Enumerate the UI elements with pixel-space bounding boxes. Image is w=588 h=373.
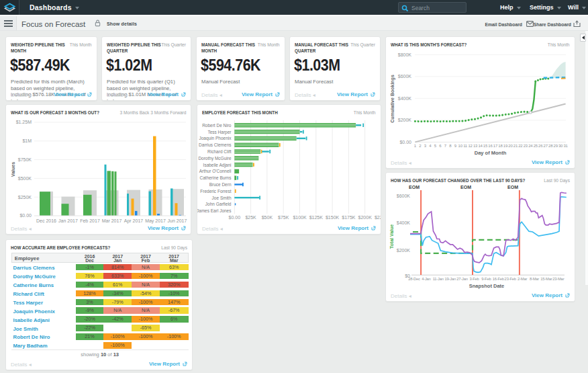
svg-text:James Earl Jones: James Earl Jones xyxy=(197,208,232,213)
svg-text:Dec 2016: Dec 2016 xyxy=(36,218,56,223)
svg-text:$400K: $400K xyxy=(398,96,412,101)
svg-text:23: 23 xyxy=(524,144,528,148)
svg-text:15-Mar: 15-Mar xyxy=(540,277,552,281)
svg-text:EOM: EOM xyxy=(507,185,518,190)
svg-text:26: 26 xyxy=(538,144,543,148)
svg-text:Frederic Forrest: Frederic Forrest xyxy=(200,189,231,194)
svg-text:16: 16 xyxy=(488,144,493,148)
svg-text:31: 31 xyxy=(563,144,568,148)
svg-text:Total Value: Total Value xyxy=(389,224,394,249)
svg-text:Robert De Niro: Robert De Niro xyxy=(202,123,232,128)
svg-text:9-Feb: 9-Feb xyxy=(481,277,491,281)
svg-text:$200K: $200K xyxy=(358,215,373,220)
svg-text:25: 25 xyxy=(534,144,538,148)
svg-text:27: 27 xyxy=(544,144,548,148)
svg-text:22: 22 xyxy=(518,144,523,148)
svg-text:$150K: $150K xyxy=(326,215,340,220)
svg-text:$25K: $25K xyxy=(245,215,256,220)
svg-text:Mar 2017: Mar 2017 xyxy=(102,218,122,223)
svg-text:$175K: $175K xyxy=(342,215,356,220)
svg-text:27-Jan: 27-Jan xyxy=(456,277,468,281)
svg-text:EOM: EOM xyxy=(409,185,420,190)
svg-text:Dorothy McGuire: Dorothy McGuire xyxy=(198,156,232,161)
svg-text:21: 21 xyxy=(513,144,518,148)
svg-text:$225K: $225K xyxy=(375,215,381,220)
svg-text:7: 7 xyxy=(444,144,447,148)
svg-text:Values: Values xyxy=(11,162,15,177)
svg-text:30: 30 xyxy=(558,144,563,148)
svg-text:Richard Clift: Richard Clift xyxy=(207,149,232,154)
svg-text:2: 2 xyxy=(419,144,422,148)
svg-text:Joaquin Phoenix: Joaquin Phoenix xyxy=(199,136,232,141)
svg-text:19-Jan: 19-Jan xyxy=(444,277,456,281)
svg-text:28: 28 xyxy=(548,144,553,148)
svg-text:24: 24 xyxy=(528,144,533,148)
svg-text:Cumulative Bookings: Cumulative Bookings xyxy=(390,75,395,123)
svg-text:John Garfield: John Garfield xyxy=(205,202,232,206)
svg-text:23-Feb: 23-Feb xyxy=(505,277,516,281)
svg-text:4: 4 xyxy=(429,144,432,148)
svg-text:3-Feb: 3-Feb xyxy=(469,277,479,281)
svg-text:3: 3 xyxy=(424,144,427,148)
svg-text:Arthur O'Connell: Arthur O'Connell xyxy=(199,169,232,173)
svg-text:29: 29 xyxy=(554,144,558,148)
svg-text:18: 18 xyxy=(498,144,503,148)
svg-text:$500K: $500K xyxy=(18,176,32,181)
svg-text:19: 19 xyxy=(503,144,508,148)
svg-text:$75K: $75K xyxy=(278,215,289,220)
svg-text:$400K: $400K xyxy=(397,220,411,225)
svg-text:May 2017: May 2017 xyxy=(145,218,166,224)
svg-text:Snapshot Date: Snapshot Date xyxy=(469,283,505,289)
svg-text:$50K: $50K xyxy=(262,215,273,220)
svg-text:23-Mar: 23-Mar xyxy=(552,277,564,281)
svg-text:$1.25M: $1.25M xyxy=(16,120,32,124)
svg-text:Catherine Burns: Catherine Burns xyxy=(200,175,232,180)
svg-text:Joe Smith: Joe Smith xyxy=(212,196,232,200)
svg-text:$200K: $200K xyxy=(398,118,412,122)
svg-text:$250K: $250K xyxy=(18,195,32,200)
svg-text:28-Dec: 28-Dec xyxy=(408,277,420,281)
svg-text:8: 8 xyxy=(449,144,452,148)
svg-text:$0.00: $0.00 xyxy=(229,215,241,220)
svg-text:20: 20 xyxy=(508,144,513,148)
svg-text:6: 6 xyxy=(439,144,442,148)
svg-text:15: 15 xyxy=(483,144,488,148)
svg-text:12: 12 xyxy=(468,144,473,148)
svg-text:$800K: $800K xyxy=(398,52,412,57)
svg-text:$125K: $125K xyxy=(309,215,324,220)
svg-text:8-Mar: 8-Mar xyxy=(530,277,539,281)
svg-text:Tess Harper: Tess Harper xyxy=(207,130,232,135)
svg-text:$0.00: $0.00 xyxy=(19,213,32,218)
svg-text:Isabelle Adjani: Isabelle Adjani xyxy=(203,163,232,168)
svg-text:5: 5 xyxy=(434,144,437,148)
svg-text:10: 10 xyxy=(458,144,463,148)
svg-text:$1M: $1M xyxy=(22,138,32,143)
svg-text:14: 14 xyxy=(478,144,483,148)
svg-text:17: 17 xyxy=(493,144,498,148)
svg-text:2-Mar: 2-Mar xyxy=(518,277,527,281)
svg-text:4-Jan: 4-Jan xyxy=(422,277,431,281)
svg-text:Darrius Clemens: Darrius Clemens xyxy=(199,142,232,147)
svg-text:13: 13 xyxy=(473,144,478,148)
svg-text:$0.00: $0.00 xyxy=(399,140,411,144)
svg-text:Jan 2017: Jan 2017 xyxy=(58,218,78,223)
svg-text:Apr 2017: Apr 2017 xyxy=(124,218,144,224)
svg-text:11: 11 xyxy=(463,144,468,148)
svg-text:EOM: EOM xyxy=(460,185,471,190)
svg-text:$200K: $200K xyxy=(397,248,411,253)
svg-text:$100K: $100K xyxy=(293,215,307,220)
svg-text:9: 9 xyxy=(454,144,457,148)
svg-text:Day of Month: Day of Month xyxy=(475,150,507,156)
svg-text:1: 1 xyxy=(414,144,417,148)
svg-text:Feb 2017: Feb 2017 xyxy=(80,218,100,223)
svg-text:11-Jan: 11-Jan xyxy=(433,277,444,281)
svg-text:$600K: $600K xyxy=(398,74,412,79)
svg-text:Bruce Dern: Bruce Dern xyxy=(209,182,232,187)
svg-text:Jun 2017: Jun 2017 xyxy=(168,218,187,223)
svg-text:$750K: $750K xyxy=(18,157,32,162)
svg-text:16-Feb: 16-Feb xyxy=(493,277,504,281)
svg-text:$600K: $600K xyxy=(397,194,411,198)
